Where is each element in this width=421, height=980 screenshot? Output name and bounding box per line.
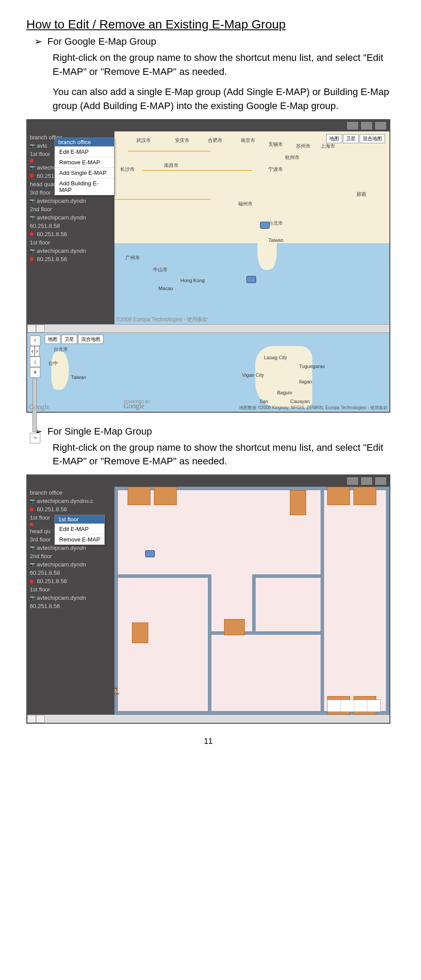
tree-avtech[interactable]: avtechipcam.dyndns.c: [28, 497, 114, 505]
person-icon: 🏃: [114, 687, 121, 697]
tree-avtech6[interactable]: avtechipcam.dyndn: [28, 560, 114, 569]
status-dot-icon: [30, 232, 33, 236]
pan-left-icon[interactable]: ‹: [30, 346, 35, 357]
tree-1st-floor-3[interactable]: 1st floor: [28, 585, 114, 594]
map-type-satellite-2[interactable]: 卫星: [61, 335, 77, 344]
close-icon[interactable]: [375, 477, 387, 485]
tree-avtech3[interactable]: avtechipcam.dyndn: [28, 213, 114, 222]
maximize-icon[interactable]: [360, 477, 373, 485]
tree-ip4[interactable]: 60.251.8.56: [28, 255, 114, 263]
minimize-icon[interactable]: [346, 477, 359, 485]
tool-btn-3[interactable]: [354, 700, 367, 711]
ctx-remove-emap-2[interactable]: Remove E-MAP: [55, 534, 104, 545]
page-title: How to Edit / Remove an Existing E-Map G…: [26, 18, 390, 32]
city-label: 宁波市: [268, 166, 283, 173]
google-logo: Google: [124, 402, 144, 410]
tool-btn-2[interactable]: [341, 700, 354, 711]
pan-down-icon[interactable]: ↓: [30, 357, 40, 367]
google-map-view[interactable]: 地图 卫星 混合地图 武汉市 安庆市 合肥市 南京市 无锡市 苏州市 上海市 杭…: [114, 131, 389, 324]
status-dot-icon: [30, 523, 33, 526]
floor-plan-view[interactable]: 🏃: [114, 487, 389, 715]
tree-2nd-floor[interactable]: 2nd floor: [28, 205, 114, 213]
city-label: Hong Kong: [180, 278, 204, 283]
tree-1st-floor-2[interactable]: 1st floor: [28, 238, 114, 247]
tool-btn-1[interactable]: [328, 700, 341, 711]
city-label: 中山市: [153, 266, 168, 273]
city-label: 无锡市: [268, 141, 283, 148]
tree-scrollbar-2[interactable]: [27, 715, 389, 723]
city-label: Taiwan: [268, 237, 283, 243]
floor-toolbar: [327, 700, 381, 712]
zoom-out-icon[interactable]: −: [30, 433, 40, 443]
door-icon: [132, 623, 148, 643]
tree-ip7[interactable]: 60.251.8.56: [28, 602, 114, 610]
ctx-header: branch office: [55, 138, 114, 146]
zoom-in-icon[interactable]: +: [30, 367, 40, 378]
map-type-hybrid[interactable]: 混合地图: [360, 134, 385, 143]
tree-ip3[interactable]: 60.251.8.56: [28, 230, 114, 238]
tree-scrollbar[interactable]: [27, 324, 389, 333]
city-label: 台北市: [268, 220, 283, 226]
tree-ip6[interactable]: 60.251.8.56: [28, 577, 114, 585]
status-dot-icon: [30, 580, 33, 583]
tw-label: 台中: [48, 360, 58, 367]
status-dot-icon: [30, 159, 33, 163]
ctx-edit-emap-2[interactable]: Edit E-MAP: [55, 524, 104, 534]
ctx-add-building-emap[interactable]: Add Building E-MAP: [55, 178, 114, 195]
city-label: 那霸: [357, 191, 366, 198]
bullet-arrow: ➢: [34, 36, 42, 47]
camera-marker-icon[interactable]: [145, 550, 155, 557]
map-type-map-2[interactable]: 地图: [45, 335, 61, 344]
tree-ip[interactable]: 60.251.8.56: [28, 505, 114, 513]
door-icon: [290, 490, 306, 515]
map-overview[interactable]: ↑ ‹› ↓ + − 地图 卫星 混合地图 台北市 台中 Taiwan Laoa…: [27, 333, 389, 412]
section1-p2: You can also add a single E-Map group (A…: [53, 85, 390, 113]
city-label: Tuguegarao: [299, 364, 325, 369]
tree-avtech2[interactable]: avtechipcam.dyndn: [28, 197, 114, 205]
screenshot-google-emap: branch office avtc 1st floor avtechipcam…: [26, 119, 390, 413]
ctx-edit-emap[interactable]: Edit E-MAP: [55, 146, 114, 157]
section1-p1: Right-click on the group name to show th…: [53, 51, 390, 79]
context-menu-google: branch office Edit E-MAP Remove E-MAP Ad…: [54, 138, 114, 195]
sidebar-tree-2[interactable]: branch office avtechipcam.dyndns.c 60.25…: [27, 487, 114, 715]
map-type-hybrid-2[interactable]: 混合地图: [78, 335, 103, 344]
ctx-remove-emap[interactable]: Remove E-MAP: [55, 157, 114, 167]
tool-btn-4[interactable]: [367, 700, 380, 711]
minimize-icon[interactable]: [346, 121, 359, 130]
city-label: Laoag City: [264, 355, 287, 360]
camera-marker-icon[interactable]: [246, 276, 256, 283]
city-label: Vigan City: [242, 372, 264, 378]
city-label: 南京市: [241, 137, 255, 144]
ctx-add-single-emap[interactable]: Add Single E-MAP: [55, 167, 114, 178]
page-number: 11: [26, 737, 390, 746]
tree-branch-office[interactable]: branch office: [28, 488, 114, 497]
city-label: Macau: [158, 286, 173, 291]
city-label: Baguio: [277, 390, 292, 395]
door-icon: [327, 487, 350, 505]
tree-2nd-floor[interactable]: 2nd floor: [28, 552, 114, 560]
tree-ip5[interactable]: 60.251.8.58: [28, 569, 114, 577]
maximize-icon[interactable]: [360, 121, 373, 130]
status-dot-icon: [30, 257, 33, 261]
close-icon[interactable]: [375, 121, 387, 130]
city-label: 上海市: [321, 143, 335, 149]
section2-p1: Right-click on the group name to show th…: [53, 441, 390, 469]
sidebar-tree[interactable]: branch office avtc 1st floor avtechipcam…: [27, 131, 114, 324]
city-label: Cauayan: [290, 399, 310, 404]
tree-ip2[interactable]: 60.251.8.58: [28, 222, 114, 230]
city-label: 武汉市: [136, 137, 151, 144]
ctx-header-2: 1st floor: [55, 515, 104, 524]
tree-avtech4[interactable]: avtechipcam.dyndn: [28, 247, 114, 255]
pan-up-icon[interactable]: ↑: [30, 336, 40, 346]
tree-avtech7[interactable]: avtechipcam.dyndn: [28, 594, 114, 602]
status-dot-icon: [30, 174, 33, 177]
camera-marker-icon[interactable]: [260, 222, 270, 229]
pan-right-icon[interactable]: ›: [35, 346, 39, 357]
map-type-map[interactable]: 地图: [326, 134, 342, 143]
section1-heading: For Google E-Map Group: [47, 36, 156, 47]
door-icon: [128, 487, 150, 505]
map-type-satellite[interactable]: 卫星: [343, 134, 359, 143]
context-menu-single: 1st floor Edit E-MAP Remove E-MAP: [54, 515, 105, 545]
city-label: 长沙市: [120, 166, 135, 173]
section2-heading: For Single E-Map Group: [47, 426, 152, 437]
